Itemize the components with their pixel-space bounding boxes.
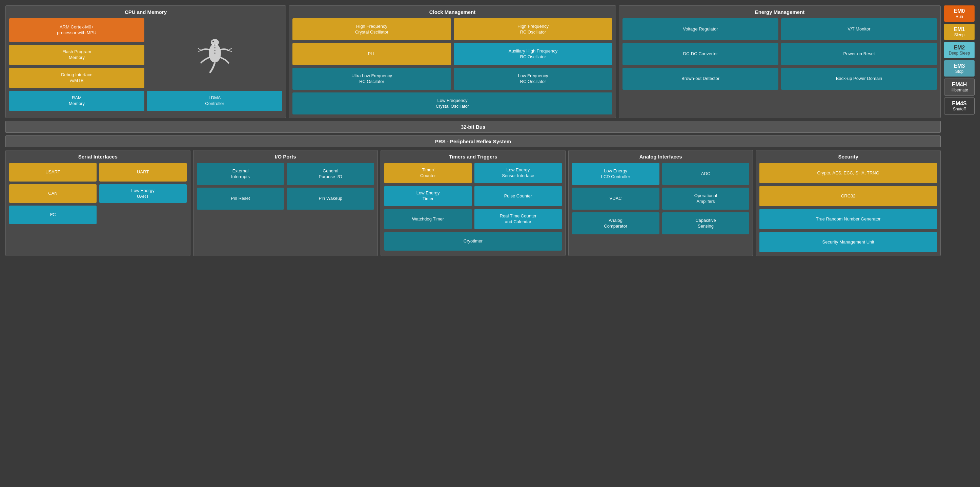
top-row: CPU and Memory ARM Cortex-M0+ processor … [5, 5, 941, 118]
crc32-tile: CRC32 [759, 186, 937, 206]
crypto-tile: Crypto, AES, ECC, SHA, TRNG [759, 163, 937, 183]
dcdc-tile: DC-DC Converter [622, 43, 778, 65]
timers-section-title: Timers and Triggers [384, 154, 562, 160]
em4h-label: Hibernate [947, 88, 972, 92]
hfxo-tile: High Frequency Crystal Oscillator [293, 18, 451, 40]
gpio-tile: General Purpose I/O [287, 163, 374, 185]
uart-tile: UART [99, 163, 187, 181]
security-section-title: Security [759, 154, 937, 160]
timers-section: Timers and Triggers Timer/ Counter Low E… [380, 150, 566, 256]
bod-tile: Brown-out Detector [622, 68, 778, 90]
ram-tile: RAM Memory [9, 91, 144, 111]
svg-point-5 [214, 50, 216, 51]
clock-section-title: Clock Management [293, 9, 612, 15]
serial-grid: USART UART CAN Low Energy UART I²C [9, 163, 187, 224]
pulse-counter-tile: Pulse Counter [474, 186, 562, 206]
main-layout: CPU and Memory ARM Cortex-M0+ processor … [5, 5, 975, 256]
ldma-tile: LDMA Controller [147, 91, 282, 111]
svg-point-6 [214, 52, 216, 54]
io-grid: External Interrupts General Purpose I/O … [197, 163, 374, 209]
timer-counter-tile: Timer/ Counter [384, 163, 472, 183]
energy-grid: Voltage Regulator V/T Monitor DC-DC Conv… [622, 18, 937, 90]
clock-grid: High Frequency Crystal Oscillator High F… [293, 18, 612, 114]
arm-tile: ARM Cortex-M0+ processor with MPU [9, 18, 144, 42]
gecko-area [147, 18, 282, 88]
em4s-label: Shutoff [947, 107, 972, 111]
analog-section-title: Analog Interfaces [572, 154, 749, 160]
clock-section: Clock Management High Frequency Crystal … [289, 5, 616, 118]
content-area: CPU and Memory ARM Cortex-M0+ processor … [5, 5, 941, 256]
hfrco-tile: High Frequency RC Oscillator [454, 18, 612, 40]
em1-num: EM1 [946, 26, 972, 33]
em0-tile: EM0 Run [944, 5, 975, 22]
debug-tile: Debug Interface w/MTB [9, 68, 144, 88]
em4h-tile: EM4H Hibernate [944, 79, 975, 95]
serial-section: Serial Interfaces USART UART CAN Low Ene… [5, 150, 191, 256]
pin-reset-tile: Pin Reset [197, 188, 284, 209]
gecko-icon [194, 33, 235, 73]
cryotimer-tile: Cryotimer [384, 232, 562, 251]
svg-point-3 [214, 44, 216, 46]
energy-section: Energy Management Voltage Regulator V/T … [619, 5, 941, 118]
energy-section-title: Energy Management [622, 9, 937, 15]
io-section: I/O Ports External Interrupts General Pu… [193, 150, 378, 256]
le-timer-tile: Low Energy Timer [384, 186, 472, 206]
trng-tile: True Random Number Generator [759, 209, 937, 229]
em4s-tile: EM4S Shutoff [944, 98, 975, 114]
serial-row-2: CAN Low Energy UART [9, 184, 187, 203]
em2-tile: EM2 Deep Sleep [944, 42, 975, 58]
le-lcd-tile: Low Energy LCD Controller [572, 163, 659, 185]
em1-label: Sleep [946, 33, 972, 37]
auxhfrco-tile: Auxillary High Frequency RC Oscillator [454, 43, 612, 65]
em2-label: Deep Sleep [946, 51, 972, 56]
smu-tile: Security Management Unit [759, 232, 937, 252]
usart-tile: USART [9, 163, 97, 181]
ulfrco-tile: Ultra Low Frequency RC Oscilator [293, 68, 451, 90]
watchdog-tile: Watchdog Timer [384, 209, 472, 229]
backup-tile: Back-up Power Domain [781, 68, 937, 90]
em4h-num: EM4H [947, 82, 972, 88]
serial-row-3: I²C [9, 206, 187, 224]
vreg-tile: Voltage Regulator [622, 18, 778, 40]
svg-point-4 [214, 47, 216, 48]
vtmon-tile: V/T Monitor [781, 18, 937, 40]
security-section: Security Crypto, AES, ECC, SHA, TRNG CRC… [756, 150, 941, 256]
serial-section-title: Serial Interfaces [9, 154, 187, 160]
cpu-section-title: CPU and Memory [9, 9, 282, 15]
em4s-num: EM4S [947, 101, 972, 107]
flash-tile: Flash Program Memory [9, 45, 144, 65]
em3-tile: EM3 Stop [944, 60, 975, 76]
svg-point-2 [212, 41, 214, 42]
timers-grid: Timer/ Counter Low Energy Sensor Interfa… [384, 163, 562, 251]
rtcc-tile: Real Time Counter and Calendar [474, 209, 562, 229]
pll-tile: PLL [293, 43, 451, 65]
cpu-memory-section: CPU and Memory ARM Cortex-M0+ processor … [5, 5, 286, 118]
analog-section: Analog Interfaces Low Energy LCD Control… [568, 150, 753, 256]
adc-tile: ADC [662, 163, 749, 185]
em-sidebar: EM0 Run EM1 Sleep EM2 Deep Sleep EM3 Sto… [944, 5, 975, 256]
em3-label: Stop [946, 69, 972, 74]
leuart-tile: Low Energy UART [99, 184, 187, 203]
opamp-tile: Operational Amplifers [662, 188, 749, 209]
ext-int-tile: External Interrupts [197, 163, 284, 185]
bottom-row: Serial Interfaces USART UART CAN Low Ene… [5, 150, 941, 256]
cpu-grid: ARM Cortex-M0+ processor with MPU [9, 18, 282, 111]
por-tile: Power-on Reset [781, 43, 937, 65]
i2c-tile: I²C [9, 206, 97, 224]
em0-num: EM0 [946, 8, 972, 14]
lfxo-tile: Low Frequency Crystal Oscillator [293, 92, 612, 114]
pin-wake-tile: Pin Wakeup [287, 188, 374, 209]
bus-32bit: 32-bit Bus [5, 121, 941, 133]
em2-num: EM2 [946, 45, 972, 51]
serial-row-1: USART UART [9, 163, 187, 181]
em0-label: Run [946, 14, 972, 19]
vdac-tile: VDAC [572, 188, 659, 209]
prs-bus: PRS - Peripheral Reflex System [5, 135, 941, 148]
analog-grid: Low Energy LCD Controller ADC VDAC Opera… [572, 163, 749, 234]
cap-sense-tile: Capacitive Sensing [662, 213, 749, 234]
em1-tile: EM1 Sleep [944, 24, 975, 40]
io-section-title: I/O Ports [197, 154, 374, 160]
can-tile: CAN [9, 184, 97, 203]
lfrco-tile: Low Frequency RC Oscillator [454, 68, 612, 90]
em3-num: EM3 [946, 63, 972, 69]
